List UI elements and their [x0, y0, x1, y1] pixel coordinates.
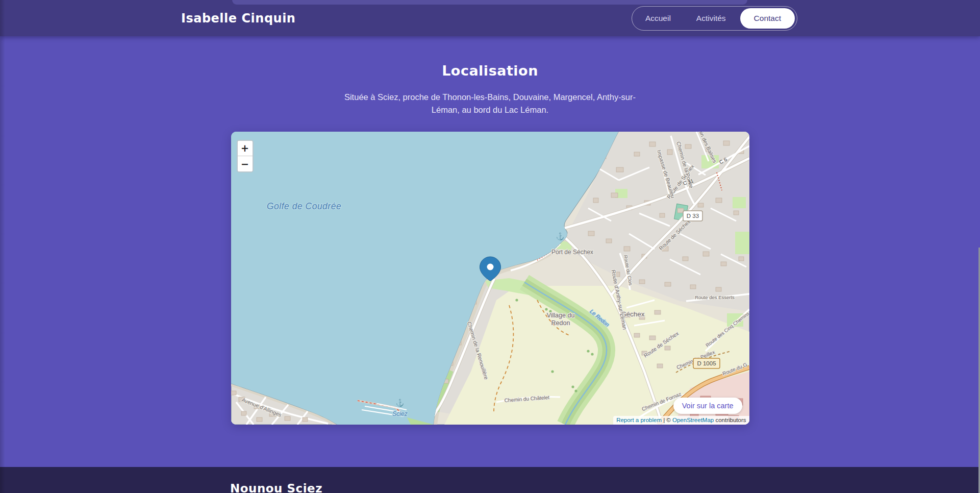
report-problem-link[interactable]: Report a problem: [616, 417, 662, 423]
localisation-section: Localisation Située à Sciez, proche de T…: [0, 36, 980, 467]
brand-logo[interactable]: Isabelle Cinquin: [181, 11, 295, 26]
svg-text:Village du: Village du: [546, 312, 574, 319]
window-edge-shade: [0, 0, 5, 493]
previous-section-peek: [232, 0, 747, 5]
site-footer: Nounou Sciez: [0, 467, 980, 493]
attribution-suffix: contributors: [714, 417, 746, 423]
svg-text:D 33: D 33: [686, 213, 698, 219]
svg-text:Golfe de Coudrée: Golfe de Coudrée: [267, 201, 341, 211]
map-container[interactable]: Golfe de Coudrée Port de Séchex Village …: [231, 132, 749, 425]
anchor-icon: ⚓: [395, 399, 405, 407]
map-zoom-control: + −: [237, 140, 254, 172]
footer-brand: Nounou Sciez: [230, 482, 322, 493]
nav-item-contact[interactable]: Contact: [740, 8, 795, 29]
nav-item-accueil[interactable]: Accueil: [634, 9, 682, 28]
voir-sur-la-carte-button[interactable]: Voir sur la carte: [673, 398, 742, 414]
svg-text:Route des Esserts: Route des Esserts: [695, 294, 735, 300]
anchor-icon: ⚓: [556, 232, 565, 241]
map-attribution: Report a problem | © OpenStreetMap contr…: [613, 416, 749, 425]
svg-text:Redon: Redon: [551, 319, 570, 327]
site-header: Isabelle Cinquin Accueil Activités Conta…: [0, 0, 980, 36]
svg-text:D 1005: D 1005: [697, 360, 716, 366]
nav-item-activites[interactable]: Activités: [685, 9, 737, 28]
page-title: Localisation: [0, 36, 980, 79]
zoom-out-button[interactable]: −: [238, 156, 253, 171]
svg-text:Sciez: Sciez: [392, 410, 407, 417]
svg-text:Port de Séchex: Port de Séchex: [551, 249, 593, 256]
map-canvas[interactable]: Golfe de Coudrée Port de Séchex Village …: [231, 132, 749, 425]
attribution-separator: | ©: [662, 417, 672, 423]
main-nav: Accueil Activités Contact: [632, 6, 797, 31]
zoom-in-button[interactable]: +: [238, 141, 253, 156]
openstreetmap-link[interactable]: OpenStreetMap: [672, 417, 714, 423]
section-subtitle: Située à Sciez, proche de Thonon-les-Bai…: [335, 91, 646, 116]
